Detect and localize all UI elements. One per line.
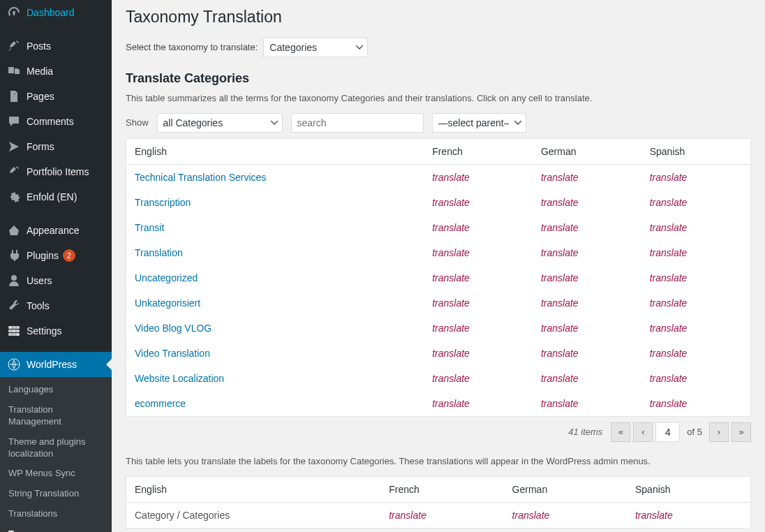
pages-icon: [7, 89, 21, 103]
table-row: Transittranslatetranslatetranslate: [126, 215, 751, 240]
translate-link[interactable]: translate: [389, 510, 426, 521]
sidebar-item-portfolio-items[interactable]: Portfolio Items: [0, 159, 112, 184]
sidebar-item-label: Plugins: [27, 250, 59, 261]
translate-link[interactable]: translate: [432, 197, 470, 208]
sidebar-item-enfold-en-[interactable]: Enfold (EN): [0, 184, 112, 209]
sidebar-item-label: Media: [27, 66, 53, 77]
sidebar-item-appearance[interactable]: Appearance: [0, 218, 112, 243]
sidebar-item-forms[interactable]: Forms: [0, 134, 112, 159]
gear-icon: [7, 190, 21, 204]
sidebar-item-tools[interactable]: Tools: [0, 293, 112, 318]
filter-row: Show all Categories —select parent—: [126, 113, 751, 133]
pagination-first[interactable]: «: [611, 422, 630, 442]
translate-link[interactable]: translate: [650, 247, 688, 258]
pagination-last[interactable]: »: [731, 422, 751, 442]
globe-icon: [7, 357, 21, 371]
labels-column-header-german: German: [504, 476, 627, 502]
sidebar-item-comments[interactable]: Comments: [0, 109, 112, 134]
translate-link[interactable]: translate: [650, 323, 688, 334]
pagination-prev[interactable]: ‹: [633, 422, 653, 442]
translate-link[interactable]: translate: [432, 373, 470, 384]
translate-link[interactable]: translate: [432, 297, 470, 309]
sidebar-subitem-taxonomy-translation[interactable]: Taxonomy Translation: [0, 524, 112, 532]
term-link[interactable]: Technical Translation Services: [135, 172, 266, 183]
term-link[interactable]: Unkategorisiert: [135, 297, 200, 309]
sidebar-subitem-string-translation[interactable]: String Translation: [0, 484, 112, 504]
search-input[interactable]: [291, 113, 424, 133]
media-icon: [7, 64, 21, 78]
table-row: Technical Translation Servicestranslatet…: [126, 164, 751, 190]
show-filter-select[interactable]: all Categories: [157, 113, 283, 133]
translate-link[interactable]: translate: [432, 348, 470, 359]
translate-link[interactable]: translate: [432, 222, 470, 233]
translate-link[interactable]: translate: [432, 323, 470, 334]
sidebar-item-worldpress[interactable]: WorldPress: [0, 352, 112, 377]
labels-column-header-french: French: [380, 476, 503, 502]
sidebar-item-label: Comments: [27, 116, 74, 127]
taxonomy-select[interactable]: Categories: [263, 38, 368, 57]
translate-link[interactable]: translate: [650, 398, 688, 409]
translate-link[interactable]: translate: [635, 510, 673, 521]
translate-link[interactable]: translate: [650, 172, 688, 183]
sidebar-item-label: Appearance: [27, 225, 80, 236]
translate-link[interactable]: translate: [541, 297, 579, 309]
sidebar-subitem-wp-menus-sync[interactable]: WP Menus Sync: [0, 464, 112, 484]
term-link[interactable]: Transcription: [135, 197, 191, 208]
translation-table: EnglishFrenchGermanSpanish Technical Tra…: [126, 138, 751, 417]
pagination-of-text: of 5: [683, 427, 706, 437]
plugin-icon: [7, 249, 21, 263]
pagination-current-input[interactable]: [655, 422, 680, 442]
table-row: Translationtranslatetranslatetranslate: [126, 240, 751, 265]
term-link[interactable]: Video Blog VLOG: [135, 323, 211, 334]
translate-link[interactable]: translate: [432, 272, 470, 283]
translate-link[interactable]: translate: [432, 247, 470, 258]
sidebar-item-dashboard[interactable]: Dashboard: [0, 0, 112, 25]
translate-link[interactable]: translate: [541, 172, 579, 183]
translate-link[interactable]: translate: [650, 373, 688, 384]
translate-link[interactable]: translate: [432, 398, 470, 409]
term-link[interactable]: ecommerce: [135, 398, 186, 409]
translate-link[interactable]: translate: [650, 222, 688, 233]
term-link[interactable]: Uncategorized: [135, 272, 198, 283]
translate-link[interactable]: translate: [541, 323, 579, 334]
term-link[interactable]: Translation: [135, 247, 183, 258]
translate-link[interactable]: translate: [432, 172, 470, 183]
sidebar-subitem-translations[interactable]: Translations: [0, 504, 112, 524]
translate-link[interactable]: translate: [650, 348, 688, 359]
table-row: Unkategorisierttranslatetranslatetransla…: [126, 290, 751, 316]
translate-link[interactable]: translate: [650, 272, 688, 283]
translate-link[interactable]: translate: [541, 272, 579, 283]
translate-link[interactable]: translate: [512, 510, 550, 521]
sidebar-item-media[interactable]: Media: [0, 59, 112, 84]
translate-link[interactable]: translate: [650, 197, 688, 208]
sidebar-item-posts[interactable]: Posts: [0, 34, 112, 59]
translate-link[interactable]: translate: [541, 398, 579, 409]
sidebar-item-plugins[interactable]: Plugins2: [0, 243, 112, 268]
labels-column-header-spanish: Spanish: [627, 476, 751, 502]
sidebar-item-label: Users: [27, 275, 52, 286]
sidebar-item-users[interactable]: Users: [0, 268, 112, 293]
translate-link[interactable]: translate: [650, 297, 688, 309]
term-link[interactable]: Website Localization: [135, 373, 224, 384]
sidebar-subitem-translation-management[interactable]: Translation Management: [0, 400, 112, 432]
parent-select[interactable]: —select parent—: [432, 113, 526, 133]
users-icon: [7, 274, 21, 288]
translate-link[interactable]: translate: [541, 247, 579, 258]
term-link[interactable]: Video Translation: [135, 348, 210, 359]
pagination-next[interactable]: ›: [709, 422, 729, 442]
translate-link[interactable]: translate: [541, 348, 579, 359]
sidebar-subitem-theme-and-plugins-localization[interactable]: Theme and plugins localization: [0, 432, 112, 464]
translate-link[interactable]: translate: [541, 222, 579, 233]
table-row: Video Blog VLOGtranslatetranslatetransla…: [126, 316, 751, 341]
column-header-spanish: Spanish: [641, 138, 751, 164]
term-link[interactable]: Transit: [135, 222, 164, 233]
dashboard-icon: [7, 6, 21, 20]
sidebar-item-settings[interactable]: Settings: [0, 318, 112, 343]
translate-link[interactable]: translate: [541, 197, 579, 208]
sidebar-item-pages[interactable]: Pages: [0, 84, 112, 109]
table-row: ecommercetranslatetranslatetranslate: [126, 391, 751, 417]
sidebar-item-label: Forms: [27, 141, 54, 152]
translate-link[interactable]: translate: [541, 373, 579, 384]
sidebar-subitem-languages[interactable]: Languages: [0, 380, 112, 400]
labels-desc: This table lets you translate the labels…: [126, 456, 751, 466]
